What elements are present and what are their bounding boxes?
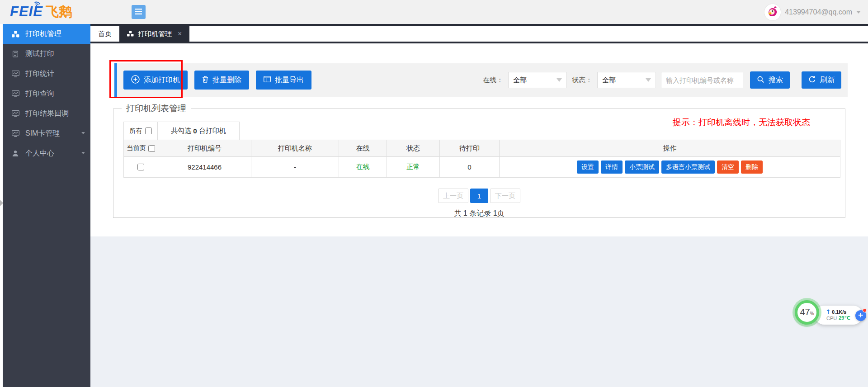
column-header-sn: 打印机编号 bbox=[158, 140, 251, 157]
settings-button[interactable]: 设置 bbox=[577, 160, 599, 174]
prev-page-button[interactable]: 上一页 bbox=[438, 189, 468, 203]
chevron-down-icon bbox=[856, 11, 861, 14]
sidebar-collapse-handle[interactable] bbox=[0, 200, 3, 206]
trash-icon bbox=[202, 76, 208, 85]
cubes-icon bbox=[127, 30, 134, 38]
row-checkbox-cell bbox=[124, 157, 158, 178]
column-header-online: 在线 bbox=[339, 140, 387, 157]
column-header-actions: 操作 bbox=[500, 140, 840, 157]
current-page-checkbox[interactable] bbox=[148, 145, 155, 152]
sidebar-item-sim-manage[interactable]: SIM卡管理 bbox=[0, 123, 90, 143]
row-checkbox[interactable] bbox=[137, 164, 144, 170]
online-filter-value: 全部 bbox=[513, 76, 527, 85]
clear-button[interactable]: 清空 bbox=[717, 160, 739, 174]
select-all-checkbox[interactable] bbox=[145, 127, 152, 134]
cpu-label: CPU bbox=[826, 316, 837, 321]
sidebar-item-label: 打印机管理 bbox=[25, 29, 61, 39]
row-status: 正常 bbox=[387, 157, 440, 178]
selected-prefix: 共勾选 bbox=[171, 127, 191, 135]
status-filter-label: 状态： bbox=[572, 76, 592, 85]
chevron-down-icon bbox=[81, 152, 85, 154]
row-pending-count: 0 bbox=[440, 157, 500, 178]
batch-delete-button[interactable]: 批量删除 bbox=[194, 71, 249, 90]
sidebar-item-personal-center[interactable]: 个人中心 bbox=[0, 143, 90, 163]
current-page-button[interactable]: 1 bbox=[470, 189, 488, 203]
status-filter-select[interactable]: 全部 bbox=[597, 72, 656, 88]
system-monitor-widget[interactable]: 0.1K/s CPU 29℃ 47 % bbox=[795, 299, 865, 331]
user-menu[interactable]: 413994704@qq.com bbox=[764, 4, 861, 20]
table-header-row: 当前页 打印机编号 打印机名称 在线 状态 待打印 操作 bbox=[123, 140, 840, 157]
tab-bar: 首页 打印机管理 × bbox=[90, 24, 868, 43]
feie-logo: FEIE 飞鹅 bbox=[10, 3, 72, 21]
multilang-ticket-test-button[interactable]: 多语言小票测试 bbox=[661, 160, 715, 174]
sidebar-item-print-stats[interactable]: 打印统计 bbox=[0, 64, 90, 84]
sidebar-item-label: 打印统计 bbox=[25, 69, 54, 79]
sidebar-item-label: 个人中心 bbox=[25, 149, 54, 158]
chevron-down-icon bbox=[81, 132, 85, 134]
sidebar-item-label: 测试打印 bbox=[25, 49, 54, 59]
chart-monitor-icon bbox=[11, 110, 19, 117]
tab-printer-manage[interactable]: 打印机管理 × bbox=[119, 26, 189, 42]
offline-hint-text: 提示：打印机离线时，无法获取状态 bbox=[673, 117, 810, 128]
sidebar-item-label: 打印查询 bbox=[25, 89, 54, 99]
toolbar: 添加打印机 批量删除 批量导出 在线： 全部 状态： bbox=[114, 63, 848, 97]
chevron-down-icon bbox=[557, 78, 562, 82]
close-icon[interactable]: × bbox=[178, 30, 182, 38]
pagination: 上一页 1 下一页 bbox=[113, 189, 845, 203]
sidebar-item-label: 打印结果回调 bbox=[25, 109, 69, 118]
sidebar-item-print-query[interactable]: 打印查询 bbox=[0, 84, 90, 104]
logo-text-cn: 飞鹅 bbox=[46, 3, 72, 21]
sidebar-item-label: SIM卡管理 bbox=[25, 129, 60, 138]
panel-legend: 打印机列表管理 bbox=[122, 103, 191, 114]
file-icon bbox=[11, 51, 19, 57]
page-background bbox=[90, 236, 868, 387]
main-area: 首页 打印机管理 × 添加打印机 批量删除 bbox=[90, 24, 868, 387]
search-button[interactable]: 搜索 bbox=[750, 71, 790, 89]
user-email: 413994704@qq.com bbox=[785, 8, 852, 16]
content-panel: 添加打印机 批量删除 批量导出 在线： 全部 状态： bbox=[90, 43, 868, 236]
sidebar-item-test-print[interactable]: 测试打印 bbox=[0, 44, 90, 64]
export-table-icon bbox=[264, 76, 271, 84]
table-row: 922414466 - 在线 正常 0 设置 详情 小票测试 多语言小票测试 清… bbox=[123, 157, 840, 178]
batch-delete-label: 批量删除 bbox=[212, 76, 241, 85]
selected-count: 0 bbox=[193, 127, 197, 135]
plus-icon bbox=[858, 311, 863, 320]
delete-button[interactable]: 删除 bbox=[741, 160, 763, 174]
tab-label: 首页 bbox=[98, 30, 112, 38]
memory-percent-ring[interactable]: 47 % bbox=[795, 300, 819, 325]
printer-table: 所有 共勾选 0 台打印机 当前页 打印机编号 打印机名称 bbox=[123, 122, 840, 178]
select-all-label: 所有 bbox=[130, 127, 142, 135]
ticket-test-button[interactable]: 小票测试 bbox=[625, 160, 659, 174]
sidebar-item-print-callback[interactable]: 打印结果回调 bbox=[0, 104, 90, 123]
selected-suffix: 台打印机 bbox=[199, 127, 226, 135]
chart-monitor-icon bbox=[11, 130, 19, 137]
sidebar-item-printer-manage[interactable]: 打印机管理 bbox=[0, 24, 90, 44]
search-input[interactable] bbox=[661, 72, 743, 88]
current-page-label: 当前页 bbox=[127, 144, 146, 152]
menu-toggle-button[interactable] bbox=[132, 5, 146, 19]
chevron-down-icon bbox=[646, 78, 651, 82]
chart-monitor-icon bbox=[11, 90, 19, 97]
online-filter-select[interactable]: 全部 bbox=[508, 72, 567, 88]
column-header-status: 状态 bbox=[387, 140, 440, 157]
search-icon bbox=[757, 76, 764, 85]
user-icon bbox=[11, 150, 19, 157]
upload-speed-value: 0.1K/s bbox=[832, 309, 846, 315]
column-header-pending: 待打印 bbox=[440, 140, 500, 157]
row-actions-cell: 设置 详情 小票测试 多语言小票测试 清空 删除 bbox=[500, 157, 840, 178]
tab-home[interactable]: 首页 bbox=[90, 26, 119, 42]
row-sn: 922414466 bbox=[158, 157, 251, 178]
online-filter-label: 在线： bbox=[483, 76, 503, 85]
add-printer-button[interactable]: 添加打印机 bbox=[123, 71, 188, 90]
sidebar-nav: 打印机管理 测试打印 打印统计 打印查询 打印结果回调 SIM卡管理 bbox=[0, 24, 90, 387]
cubes-icon bbox=[11, 31, 19, 38]
refresh-icon bbox=[808, 76, 816, 85]
batch-export-label: 批量导出 bbox=[275, 76, 304, 85]
goose-avatar bbox=[764, 4, 781, 20]
details-button[interactable]: 详情 bbox=[601, 160, 623, 174]
next-page-button[interactable]: 下一页 bbox=[490, 189, 520, 203]
plus-circle-icon bbox=[131, 75, 140, 85]
batch-export-button[interactable]: 批量导出 bbox=[256, 71, 311, 90]
refresh-button[interactable]: 刷新 bbox=[802, 71, 841, 89]
cpu-temp-value: 29℃ bbox=[839, 315, 850, 321]
